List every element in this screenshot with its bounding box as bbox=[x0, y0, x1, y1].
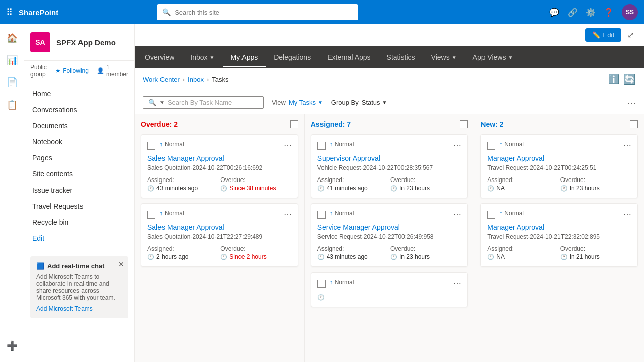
sidebar-item-travel-requests[interactable]: Travel Requests bbox=[24, 198, 134, 214]
breadcrumb-actions: ℹ️ 🔄 bbox=[608, 73, 636, 85]
avatar[interactable]: SS bbox=[622, 4, 638, 20]
column-select-all-assigned[interactable] bbox=[460, 120, 468, 128]
tab-my-apps[interactable]: My Apps bbox=[223, 47, 266, 67]
breadcrumb-work-center[interactable]: Work Center bbox=[143, 76, 180, 83]
group-dropdown[interactable]: Status ▼ bbox=[362, 99, 387, 106]
comment-icon[interactable]: 💬 bbox=[549, 8, 559, 17]
overdue-label: Overdue: bbox=[560, 245, 631, 252]
task-title[interactable]: Sales Manager Approval bbox=[147, 154, 292, 162]
pages-rail-icon[interactable]: 📄 bbox=[2, 72, 22, 93]
column-new: New: 2 ↑ Normal ⋯ Manager Approval Trave… bbox=[474, 114, 644, 362]
chat-panel-close[interactable]: ✕ bbox=[118, 260, 124, 268]
task-checkbox[interactable] bbox=[317, 280, 326, 288]
main-content: ✏️ Edit ⤢ Overview Inbox ▼ My Apps Deleg… bbox=[135, 24, 644, 362]
tab-external-apps[interactable]: External Apps bbox=[319, 47, 378, 67]
task-board: Overdue: 2 ↑ Normal ⋯ Sales Manager Appr… bbox=[135, 114, 644, 362]
task-checkbox[interactable] bbox=[317, 211, 326, 219]
task-more-button[interactable]: ⋯ bbox=[453, 141, 461, 150]
search-area[interactable]: 🔍 ▼ Search By Task Name bbox=[143, 96, 264, 109]
member-info: 👤 1 member bbox=[97, 64, 128, 78]
home-rail-icon[interactable]: 🏠 bbox=[2, 28, 22, 48]
sidebar-item-documents[interactable]: Documents bbox=[24, 118, 134, 134]
column-overdue: Overdue: 2 ↑ Normal ⋯ Sales Manager Appr… bbox=[135, 114, 305, 362]
column-select-all-overdue[interactable] bbox=[290, 120, 298, 128]
sidebar-item-home[interactable]: Home bbox=[24, 85, 134, 102]
task-title[interactable]: Sales Manager Approval bbox=[147, 223, 292, 231]
task-checkbox[interactable] bbox=[147, 142, 155, 150]
assigned-label: Assigned: bbox=[487, 176, 558, 184]
tab-statistics[interactable]: Statistics bbox=[379, 47, 423, 67]
list-rail-icon[interactable]: 📋 bbox=[2, 95, 22, 115]
grid-icon[interactable]: ⠿ bbox=[6, 7, 13, 18]
sidebar-item-pages[interactable]: Pages bbox=[24, 150, 134, 166]
app-views-arrow-icon: ▼ bbox=[508, 55, 513, 60]
task-more-button[interactable]: ⋯ bbox=[284, 210, 292, 219]
following-button[interactable]: ★ Following bbox=[55, 67, 89, 74]
chat-panel: ✕ 🟦 Add real-time chat Add Microsoft Tea… bbox=[30, 256, 128, 318]
clock-icon: 🕐 bbox=[560, 185, 568, 192]
filter-arrow-icon[interactable]: ▼ bbox=[159, 100, 165, 105]
task-more-button[interactable]: ⋯ bbox=[623, 210, 631, 219]
priority-up-icon: ↑ bbox=[159, 141, 163, 148]
clock-icon: 🕐 bbox=[147, 254, 154, 260]
task-title[interactable]: Manager Approval bbox=[487, 223, 631, 231]
tab-app-views[interactable]: App Views ▼ bbox=[465, 47, 521, 67]
sidebar-item-site-contents[interactable]: Site contents bbox=[24, 166, 134, 182]
view-dropdown[interactable]: My Tasks ▼ bbox=[289, 99, 323, 106]
breadcrumb-bar: Work Center › Inbox › Tasks ℹ️ 🔄 bbox=[135, 68, 644, 91]
task-checkbox[interactable] bbox=[487, 211, 495, 219]
search-filter-icon[interactable]: 🔍 bbox=[148, 99, 156, 106]
search-input[interactable] bbox=[175, 9, 353, 16]
view-arrow-icon: ▼ bbox=[318, 100, 323, 105]
task-more-button[interactable]: ⋯ bbox=[453, 279, 461, 288]
tab-delegations[interactable]: Delegations bbox=[266, 47, 319, 67]
search-bar[interactable]: 🔍 bbox=[157, 4, 358, 20]
refresh-icon[interactable]: 🔄 bbox=[623, 73, 636, 85]
tab-overview[interactable]: Overview bbox=[137, 47, 182, 67]
sidebar-item-notebook[interactable]: Notebook bbox=[24, 134, 134, 150]
task-subtitle: Service Request-2024-10-22T00:26:49:958 bbox=[317, 233, 462, 240]
priority-up-icon: ↑ bbox=[330, 141, 333, 148]
task-more-button[interactable]: ⋯ bbox=[623, 141, 631, 150]
settings-icon[interactable]: ⚙️ bbox=[586, 8, 596, 17]
share-icon[interactable]: 🔗 bbox=[568, 8, 578, 17]
plus-rail-icon[interactable]: ➕ bbox=[2, 336, 22, 356]
task-checkbox[interactable] bbox=[487, 142, 495, 150]
search-icon: 🔍 bbox=[162, 8, 171, 16]
clock-icon: 🕐 bbox=[220, 185, 227, 192]
sidebar-item-conversations[interactable]: Conversations bbox=[24, 102, 134, 118]
task-card: ↑ Normal ⋯ Sales Manager Approval Sales … bbox=[141, 134, 298, 198]
task-more-button[interactable]: ⋯ bbox=[453, 210, 461, 219]
sidebar-item-edit[interactable]: Edit bbox=[24, 230, 134, 246]
add-teams-link[interactable]: Add Microsoft Teams bbox=[36, 305, 122, 312]
edit-button[interactable]: ✏️ Edit bbox=[585, 28, 621, 42]
activity-rail-icon[interactable]: 📊 bbox=[2, 50, 22, 70]
column-title-overdue: Overdue: 2 bbox=[141, 120, 178, 128]
sidebar-item-issue-tracker[interactable]: Issue tracker bbox=[24, 182, 134, 198]
sidebar-item-recycle-bin[interactable]: Recycle bin bbox=[24, 214, 134, 230]
overdue-value: 🕐 In 23 hours bbox=[390, 253, 461, 260]
public-group-bar: Public group ★ Following 👤 1 member bbox=[24, 61, 134, 81]
help-icon[interactable]: ❓ bbox=[604, 8, 614, 17]
clock-icon: 🕐 bbox=[390, 254, 397, 260]
overdue-value: 🕐 In 21 hours bbox=[560, 253, 631, 260]
task-more-button[interactable]: ⋯ bbox=[284, 141, 292, 150]
task-title[interactable]: Supervisor Approval bbox=[317, 154, 462, 162]
expand-button[interactable]: ⤢ bbox=[625, 28, 636, 42]
task-checkbox[interactable] bbox=[147, 211, 155, 219]
task-title[interactable]: Manager Approval bbox=[487, 154, 631, 162]
more-options-button[interactable]: ⋯ bbox=[627, 97, 636, 108]
group-label: Group By bbox=[331, 99, 359, 106]
view-control: View My Tasks ▼ bbox=[272, 99, 323, 106]
task-title[interactable]: Service Manager Approval bbox=[317, 223, 462, 231]
column-select-all-new[interactable] bbox=[630, 120, 638, 128]
breadcrumb-inbox[interactable]: Inbox bbox=[188, 76, 204, 83]
priority-label: Normal bbox=[504, 210, 524, 217]
task-card: ↑ Normal ⋯ Service Manager Approval Serv… bbox=[311, 203, 468, 267]
info-icon[interactable]: ℹ️ bbox=[608, 74, 619, 85]
tab-views[interactable]: Views ▼ bbox=[423, 47, 465, 67]
column-header-assigned: Assigned: 7 bbox=[311, 120, 468, 128]
tab-inbox[interactable]: Inbox ▼ bbox=[182, 47, 222, 67]
overdue-label: Overdue: bbox=[390, 176, 461, 184]
task-checkbox[interactable] bbox=[317, 142, 326, 150]
